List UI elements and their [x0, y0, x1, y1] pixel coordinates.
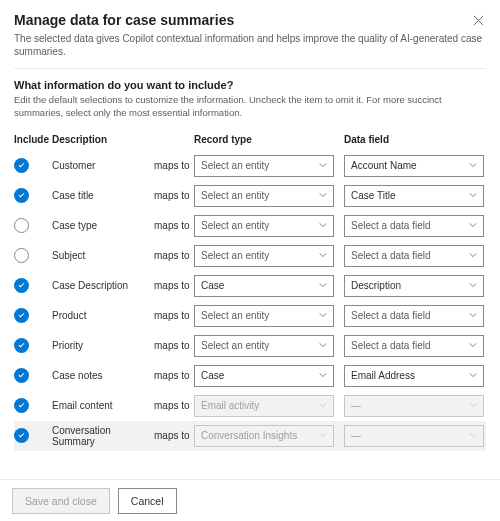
chevron-down-icon: [469, 340, 477, 351]
chevron-down-icon: [319, 400, 327, 411]
include-toggle[interactable]: [14, 338, 29, 353]
record-type-select[interactable]: Select an entity: [194, 215, 334, 237]
include-toggle[interactable]: [14, 218, 29, 233]
chevron-down-icon: [469, 400, 477, 411]
include-toggle[interactable]: [14, 398, 29, 413]
row-description: Priority: [52, 340, 154, 351]
table-row: Case typemaps toSelect an entitySelect a…: [14, 211, 486, 241]
checkmark-icon: [17, 191, 26, 200]
table-row: Subjectmaps toSelect an entitySelect a d…: [14, 241, 486, 271]
data-field-value: Description: [351, 280, 401, 291]
data-field-value: Select a data field: [351, 220, 431, 231]
record-type-value: Case: [201, 280, 224, 291]
record-type-select: Email activity: [194, 395, 334, 417]
data-field-select[interactable]: Select a data field: [344, 305, 484, 327]
maps-to-label: maps to: [154, 370, 194, 381]
data-field-value: Select a data field: [351, 310, 431, 321]
record-type-select[interactable]: Select an entity: [194, 245, 334, 267]
data-field-value: Select a data field: [351, 250, 431, 261]
table-row: Productmaps toSelect an entitySelect a d…: [14, 301, 486, 331]
checkmark-icon: [17, 341, 26, 350]
table-row: Case Descriptionmaps toCaseDescription: [14, 271, 486, 301]
checkmark-icon: [17, 431, 26, 440]
record-type-select[interactable]: Case: [194, 365, 334, 387]
section-title: What information do you want to include?: [14, 79, 486, 91]
chevron-down-icon: [319, 160, 327, 171]
checkmark-icon: [17, 371, 26, 380]
record-type-value: Select an entity: [201, 250, 269, 261]
checkmark-icon: [17, 401, 26, 410]
data-field-select[interactable]: Select a data field: [344, 215, 484, 237]
chevron-down-icon: [319, 370, 327, 381]
data-field-value: Email Address: [351, 370, 415, 381]
data-field-select[interactable]: Case Title: [344, 185, 484, 207]
maps-to-label: maps to: [154, 310, 194, 321]
include-toggle[interactable]: [14, 428, 29, 443]
close-button[interactable]: [470, 12, 486, 28]
data-field-select[interactable]: Description: [344, 275, 484, 297]
include-toggle[interactable]: [14, 188, 29, 203]
col-data-field: Data field: [344, 134, 484, 145]
maps-to-label: maps to: [154, 250, 194, 261]
maps-to-label: maps to: [154, 160, 194, 171]
data-field-select[interactable]: Account Name: [344, 155, 484, 177]
data-field-select[interactable]: Email Address: [344, 365, 484, 387]
include-toggle[interactable]: [14, 308, 29, 323]
panel-title: Manage data for case summaries: [14, 12, 234, 28]
table-row: Customermaps toSelect an entityAccount N…: [14, 151, 486, 181]
include-toggle[interactable]: [14, 248, 29, 263]
record-type-value: Select an entity: [201, 190, 269, 201]
chevron-down-icon: [319, 340, 327, 351]
record-type-select[interactable]: Case: [194, 275, 334, 297]
checkmark-icon: [17, 161, 26, 170]
data-field-value: Case Title: [351, 190, 395, 201]
include-toggle[interactable]: [14, 368, 29, 383]
chevron-down-icon: [319, 280, 327, 291]
table-row: Prioritymaps toSelect an entitySelect a …: [14, 331, 486, 361]
record-type-value: Conversation Insights: [201, 430, 297, 441]
record-type-select[interactable]: Select an entity: [194, 305, 334, 327]
maps-to-label: maps to: [154, 430, 194, 441]
chevron-down-icon: [319, 220, 327, 231]
record-type-value: Select an entity: [201, 310, 269, 321]
row-description: Case type: [52, 220, 154, 231]
chevron-down-icon: [469, 250, 477, 261]
table-row: Case notesmaps toCaseEmail Address: [14, 361, 486, 391]
row-description: Case title: [52, 190, 154, 201]
chevron-down-icon: [469, 220, 477, 231]
data-field-select[interactable]: Select a data field: [344, 245, 484, 267]
chevron-down-icon: [319, 310, 327, 321]
data-field-select: —: [344, 395, 484, 417]
table-header: Include Description Record type Data fie…: [14, 134, 486, 151]
chevron-down-icon: [469, 430, 477, 441]
record-type-select[interactable]: Select an entity: [194, 185, 334, 207]
row-description: Product: [52, 310, 154, 321]
record-type-value: Email activity: [201, 400, 259, 411]
row-description: Email content: [52, 400, 154, 411]
checkmark-icon: [17, 311, 26, 320]
col-description: Description: [52, 134, 154, 145]
include-toggle[interactable]: [14, 158, 29, 173]
footer: Save and close Cancel: [0, 479, 500, 521]
close-icon: [473, 15, 484, 26]
chevron-down-icon: [469, 280, 477, 291]
record-type-value: Select an entity: [201, 340, 269, 351]
table-row: Case titlemaps toSelect an entityCase Ti…: [14, 181, 486, 211]
data-field-value: —: [351, 430, 361, 441]
record-type-select[interactable]: Select an entity: [194, 155, 334, 177]
maps-to-label: maps to: [154, 400, 194, 411]
data-field-select: —: [344, 425, 484, 447]
include-toggle[interactable]: [14, 278, 29, 293]
record-type-select[interactable]: Select an entity: [194, 335, 334, 357]
row-description: Customer: [52, 160, 154, 171]
data-field-value: Select a data field: [351, 340, 431, 351]
cancel-button[interactable]: Cancel: [118, 488, 177, 514]
row-description: Subject: [52, 250, 154, 261]
maps-to-label: maps to: [154, 340, 194, 351]
chevron-down-icon: [469, 160, 477, 171]
table-row: Conversation Summarymaps toConversation …: [14, 421, 486, 451]
data-field-value: —: [351, 400, 361, 411]
maps-to-label: maps to: [154, 280, 194, 291]
data-field-select[interactable]: Select a data field: [344, 335, 484, 357]
record-type-value: Select an entity: [201, 220, 269, 231]
